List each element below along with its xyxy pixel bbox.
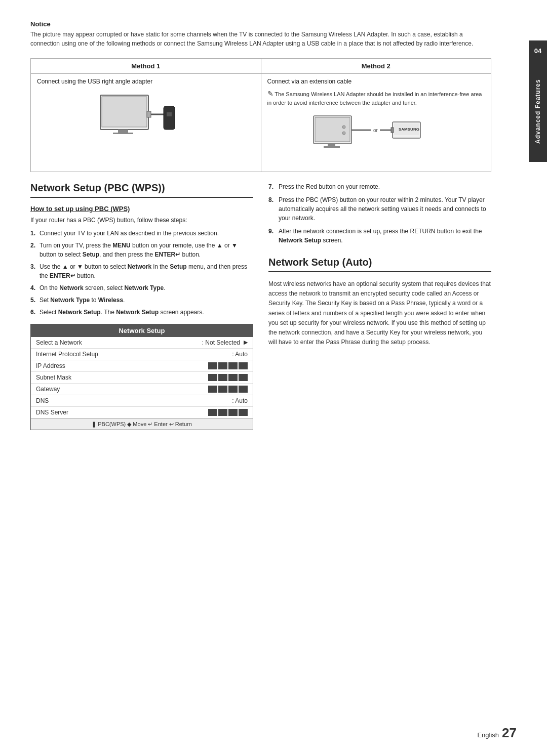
right-column: 7. Press the Red button on your remote. …: [268, 182, 491, 430]
svg-rect-11: [324, 146, 340, 148]
main-content: Network Setup (PBC (WPS)) How to set up …: [30, 182, 517, 430]
network-setup-box: Network Setup Select a Network : Not Sel…: [30, 324, 253, 430]
notice-title: Notice: [30, 20, 491, 28]
svg-rect-20: [391, 128, 394, 133]
svg-rect-6: [164, 106, 175, 130]
footer-language: English: [477, 731, 499, 739]
notice-text: The picture may appear corrupted or have…: [30, 30, 491, 48]
svg-rect-2: [118, 130, 128, 133]
method1-body: Connect using the USB right angle adapte…: [31, 74, 261, 172]
pbc-subsection-title: How to set up using PBC (WPS): [30, 205, 253, 213]
pbc-step-1: 1. Connect your TV to your LAN as descri…: [30, 229, 253, 238]
svg-rect-10: [328, 144, 335, 146]
auto-body-text: Most wireless networks have an optional …: [268, 279, 491, 347]
pbc-steps-list: 1. Connect your TV to your LAN as descri…: [30, 229, 253, 317]
pbc-intro: If your router has a PBC (WPS) button, f…: [30, 216, 253, 225]
pbc-step-2: 2. Turn on your TV, press the MENU butto…: [30, 241, 253, 259]
svg-text:or: or: [373, 128, 378, 133]
method1-illustration: [37, 90, 255, 151]
network-setup-box-header: Network Setup: [31, 324, 253, 337]
page-number: 27: [502, 725, 517, 741]
method1-header: Method 1: [31, 59, 261, 73]
methods-section: Method 1 Method 2 Connect using the USB …: [30, 58, 517, 172]
svg-point-12: [342, 125, 345, 129]
pbc-step-7: 7. Press the Red button on your remote.: [268, 182, 491, 191]
network-setup-footer: ❚ PBC(WPS) ◆ Move ↵ Enter ↩ Return: [31, 418, 253, 430]
pbc-step-4: 4. On the Network screen, select Network…: [30, 283, 253, 292]
svg-rect-4: [147, 111, 151, 117]
auto-section-title: Network Setup (Auto): [268, 257, 491, 272]
pbc-step-5: 5. Set Network Type to Wireless.: [30, 296, 253, 305]
network-setup-row-select-network: Select a Network : Not Selected ▶: [31, 337, 253, 349]
pbc-step-9: 9. After the network connection is set u…: [268, 227, 491, 245]
svg-point-13: [342, 132, 345, 135]
pbc-step-6: 6. Select Network Setup. The Network Set…: [30, 308, 253, 317]
svg-text:SAMSUNG: SAMSUNG: [399, 127, 419, 132]
page-footer: English 27: [477, 725, 517, 741]
pbc-step-8: 8. Press the PBC (WPS) button on your ro…: [268, 195, 491, 223]
method2-header: Method 2: [261, 59, 491, 73]
network-setup-row-dns: DNS : Auto: [31, 395, 253, 407]
network-setup-row-ip-protocol: Internet Protocol Setup : Auto: [31, 349, 253, 360]
svg-rect-1: [102, 97, 147, 127]
notice-section: Notice The picture may appear corrupted …: [30, 20, 517, 48]
network-setup-row-dns-server: DNS Server: [31, 407, 253, 418]
left-column: Network Setup (PBC (WPS)) How to set up …: [30, 182, 253, 430]
svg-rect-9: [315, 117, 350, 142]
pbc-section-title: Network Setup (PBC (WPS)): [30, 182, 253, 198]
network-setup-row-ip-address: IP Address: [31, 360, 253, 372]
svg-rect-3: [113, 133, 133, 134]
pbc-step-3: 3. Use the ▲ or ▼ button to select Netwo…: [30, 262, 253, 280]
method2-body: Connect via an extension cable ✎ The Sam…: [261, 74, 491, 172]
network-setup-row-subnet-mask: Subnet Mask: [31, 372, 253, 384]
network-setup-row-gateway: Gateway: [31, 384, 253, 395]
method2-illustration: or SAMSUNG: [267, 112, 485, 167]
svg-rect-7: [167, 112, 172, 116]
